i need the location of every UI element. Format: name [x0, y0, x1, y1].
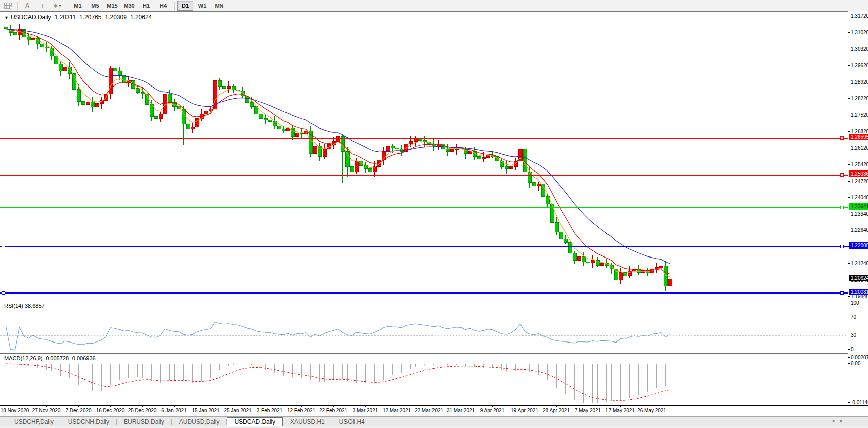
candle — [668, 276, 672, 286]
candle — [218, 78, 221, 90]
candle — [509, 162, 513, 173]
tab-scroll-left-icon[interactable]: ◄ — [831, 418, 839, 423]
price-tick: 1.28920 — [848, 79, 868, 85]
date-label: 7 May 2021 — [575, 408, 601, 413]
chart-grid-icon: F — [4, 3, 12, 9]
candle — [154, 112, 158, 123]
date-tick — [588, 406, 588, 407]
candle — [286, 123, 290, 136]
price-axis[interactable]: 1.317201.310201.303201.296201.289201.282… — [848, 11, 868, 405]
timeframe-button-m1[interactable]: M1 — [70, 1, 86, 11]
chart-title[interactable]: ▼USDCAD,Daily1.203111.207651.203091.2062… — [4, 14, 152, 21]
rsi-chart[interactable] — [0, 301, 848, 352]
candle — [27, 33, 30, 45]
ma-slow-line — [6, 29, 670, 263]
horizontal-line-1.20031[interactable] — [0, 292, 848, 295]
price-tick: 1.31720 — [848, 13, 868, 19]
price-marker-1.26595: 1.26595 — [849, 134, 868, 140]
timeframe-button-m30[interactable]: M30 — [121, 1, 137, 11]
candle — [323, 144, 326, 160]
candle — [341, 134, 344, 183]
candle — [377, 158, 381, 169]
candle — [518, 139, 522, 166]
date-axis[interactable]: 18 Nov 202027 Nov 20207 Dec 202016 Dec 2… — [0, 405, 868, 417]
candle — [446, 144, 449, 156]
horizontal-line-1.25036[interactable] — [0, 174, 848, 177]
date-label: 31 Mar 2021 — [447, 408, 475, 413]
ohlc-open: 1.20311 — [55, 14, 76, 21]
text-label-icon: T — [39, 3, 45, 9]
timeframe-button-d1[interactable]: D1 — [177, 1, 193, 11]
date-tick — [142, 406, 143, 407]
date-label: 12 Mar 2021 — [383, 408, 411, 413]
date-label: 22 Mar 2021 — [415, 408, 443, 413]
candle — [50, 46, 53, 61]
candle — [118, 67, 121, 80]
candle — [459, 143, 463, 151]
date-tick — [525, 406, 525, 407]
candle — [268, 118, 272, 126]
candle — [450, 147, 454, 154]
horizontal-line-1.23641[interactable] — [0, 206, 848, 209]
rsi-tick: 70 — [848, 314, 856, 320]
timeframe-button-w1[interactable]: W1 — [194, 1, 210, 11]
text-label-button[interactable]: T — [35, 1, 49, 11]
date-tick — [333, 406, 334, 407]
shapes-button[interactable]: ❖ ▾ — [50, 1, 64, 11]
macd-tick: 0.00 — [848, 361, 860, 367]
chart-symbol-label: USDCAD,Daily — [11, 14, 51, 21]
candle — [86, 99, 90, 108]
macd-chart[interactable] — [0, 354, 848, 405]
date-tick — [397, 406, 397, 407]
font-button[interactable]: A — [20, 1, 34, 11]
symbol-dropdown-icon[interactable]: ▼ — [4, 15, 9, 20]
candle — [382, 147, 385, 165]
tab-usdcad-daily[interactable]: USDCAD,Daily — [227, 417, 283, 426]
current-price-marker: 1.20624 — [849, 275, 868, 281]
tab-usdcnh-daily[interactable]: USDCNH,Daily — [61, 417, 116, 426]
date-label: 15 Jan 2021 — [192, 408, 219, 413]
rsi-pane[interactable]: RSI(14) 38.6857 — [0, 301, 848, 352]
candle — [77, 84, 80, 106]
price-tick: 1.22640 — [848, 227, 868, 233]
timeframe-toolbar: M1M5M15M30H1H4D1W1MN — [69, 1, 232, 11]
tab-eurusd-daily[interactable]: EURUSD,Daily — [117, 417, 171, 426]
main-chart-pane[interactable]: ▼USDCAD,Daily1.203111.207651.203091.2062… — [0, 11, 848, 300]
candle — [186, 120, 190, 133]
timeframe-button-m15[interactable]: M15 — [104, 1, 120, 11]
candle — [109, 66, 112, 99]
tab-audusd-daily[interactable]: AUDUSD,Daily — [172, 417, 227, 426]
candle — [610, 263, 613, 274]
tab-xauusd-h1[interactable]: XAUUSD,H1 — [283, 417, 332, 426]
ohlc-close: 1.20624 — [130, 14, 152, 21]
timeframe-button-m5[interactable]: M5 — [87, 1, 103, 11]
price-tick: 1.31020 — [848, 30, 868, 36]
candle — [541, 179, 545, 200]
date-tick — [620, 406, 621, 407]
timeframe-button-h4[interactable]: H4 — [155, 1, 171, 11]
timeframe-button-h1[interactable]: H1 — [138, 1, 154, 11]
price-marker-1.23641: 1.23641 — [849, 203, 868, 210]
candle — [300, 128, 303, 138]
tab-usdchf-daily[interactable]: USDCHF,Daily — [7, 417, 61, 426]
horizontal-line-1.22000[interactable] — [0, 245, 848, 248]
candle — [91, 97, 94, 112]
price-marker-1.22000: 1.22000 — [849, 242, 868, 249]
tab-scroll-right-icon[interactable]: ► — [839, 418, 848, 423]
symbol-tab-bar: USDCHF,DailyUSDCNH,DailyEURUSD,DailyAUDU… — [0, 416, 868, 426]
candle — [232, 84, 235, 93]
tab-usoil-h4[interactable]: USOil,H4 — [332, 417, 372, 426]
timeframe-button-mn[interactable]: MN — [211, 1, 227, 11]
macd-pane[interactable]: MACD(12,26,9) -0.005728 -0.006936 — [0, 354, 848, 405]
date-label: 19 Apr 2021 — [511, 408, 538, 413]
chart-grid-button[interactable]: F — [1, 1, 15, 11]
candle — [318, 143, 321, 161]
date-tick — [556, 406, 557, 407]
macd-tick: 0.002074 — [848, 355, 868, 361]
candle — [36, 36, 39, 49]
date-label: 9 Apr 2021 — [480, 408, 504, 413]
horizontal-line-1.26595[interactable] — [0, 137, 848, 140]
price-tick: 1.26120 — [848, 145, 868, 151]
date-label: 28 Apr 2021 — [543, 408, 570, 413]
candlestick-chart[interactable] — [0, 12, 848, 300]
